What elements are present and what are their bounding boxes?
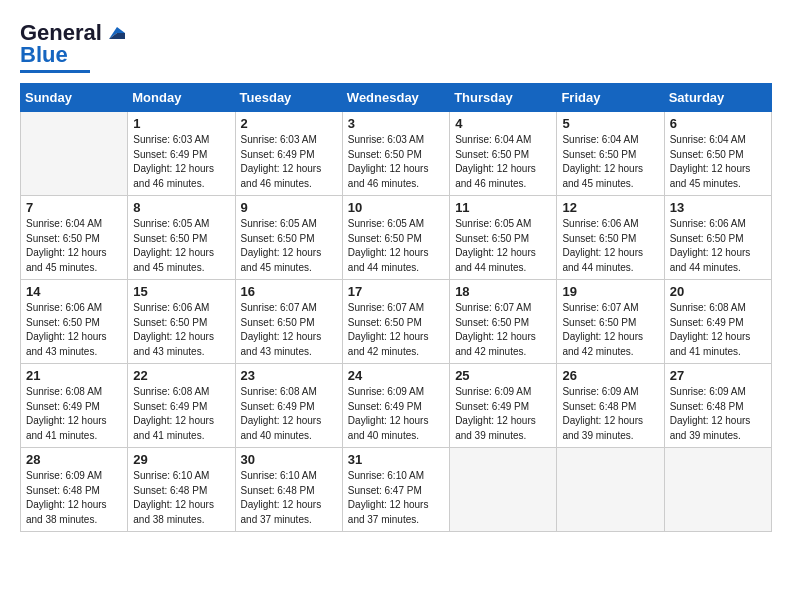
- day-cell: 1Sunrise: 6:03 AMSunset: 6:49 PMDaylight…: [128, 112, 235, 196]
- day-info: Sunrise: 6:09 AMSunset: 6:48 PMDaylight:…: [670, 385, 766, 443]
- day-number: 23: [241, 368, 337, 383]
- day-cell: 26Sunrise: 6:09 AMSunset: 6:48 PMDayligh…: [557, 364, 664, 448]
- day-cell: 18Sunrise: 6:07 AMSunset: 6:50 PMDayligh…: [450, 280, 557, 364]
- day-cell: 20Sunrise: 6:08 AMSunset: 6:49 PMDayligh…: [664, 280, 771, 364]
- day-number: 29: [133, 452, 229, 467]
- day-info: Sunrise: 6:10 AMSunset: 6:48 PMDaylight:…: [241, 469, 337, 527]
- day-cell: 31Sunrise: 6:10 AMSunset: 6:47 PMDayligh…: [342, 448, 449, 532]
- day-info: Sunrise: 6:04 AMSunset: 6:50 PMDaylight:…: [670, 133, 766, 191]
- day-info: Sunrise: 6:04 AMSunset: 6:50 PMDaylight:…: [26, 217, 122, 275]
- day-cell: 12Sunrise: 6:06 AMSunset: 6:50 PMDayligh…: [557, 196, 664, 280]
- day-number: 13: [670, 200, 766, 215]
- week-row-3: 14Sunrise: 6:06 AMSunset: 6:50 PMDayligh…: [21, 280, 772, 364]
- day-number: 7: [26, 200, 122, 215]
- day-info: Sunrise: 6:06 AMSunset: 6:50 PMDaylight:…: [670, 217, 766, 275]
- col-header-sunday: Sunday: [21, 84, 128, 112]
- day-cell: 5Sunrise: 6:04 AMSunset: 6:50 PMDaylight…: [557, 112, 664, 196]
- col-header-monday: Monday: [128, 84, 235, 112]
- logo-underline: [20, 70, 90, 73]
- day-number: 1: [133, 116, 229, 131]
- day-info: Sunrise: 6:08 AMSunset: 6:49 PMDaylight:…: [26, 385, 122, 443]
- day-number: 6: [670, 116, 766, 131]
- day-info: Sunrise: 6:04 AMSunset: 6:50 PMDaylight:…: [562, 133, 658, 191]
- day-number: 18: [455, 284, 551, 299]
- day-number: 17: [348, 284, 444, 299]
- day-number: 3: [348, 116, 444, 131]
- day-cell: 13Sunrise: 6:06 AMSunset: 6:50 PMDayligh…: [664, 196, 771, 280]
- day-number: 8: [133, 200, 229, 215]
- day-number: 28: [26, 452, 122, 467]
- day-number: 9: [241, 200, 337, 215]
- day-cell: 17Sunrise: 6:07 AMSunset: 6:50 PMDayligh…: [342, 280, 449, 364]
- day-cell: 24Sunrise: 6:09 AMSunset: 6:49 PMDayligh…: [342, 364, 449, 448]
- day-info: Sunrise: 6:03 AMSunset: 6:49 PMDaylight:…: [241, 133, 337, 191]
- day-number: 24: [348, 368, 444, 383]
- day-info: Sunrise: 6:05 AMSunset: 6:50 PMDaylight:…: [455, 217, 551, 275]
- day-info: Sunrise: 6:07 AMSunset: 6:50 PMDaylight:…: [348, 301, 444, 359]
- day-cell: 4Sunrise: 6:04 AMSunset: 6:50 PMDaylight…: [450, 112, 557, 196]
- day-number: 12: [562, 200, 658, 215]
- logo-blue: Blue: [20, 42, 68, 68]
- day-number: 15: [133, 284, 229, 299]
- day-cell: [21, 112, 128, 196]
- day-cell: 9Sunrise: 6:05 AMSunset: 6:50 PMDaylight…: [235, 196, 342, 280]
- day-number: 10: [348, 200, 444, 215]
- logo: General Blue: [20, 20, 125, 73]
- day-info: Sunrise: 6:09 AMSunset: 6:48 PMDaylight:…: [562, 385, 658, 443]
- day-info: Sunrise: 6:07 AMSunset: 6:50 PMDaylight:…: [562, 301, 658, 359]
- day-cell: [450, 448, 557, 532]
- day-cell: 7Sunrise: 6:04 AMSunset: 6:50 PMDaylight…: [21, 196, 128, 280]
- day-info: Sunrise: 6:06 AMSunset: 6:50 PMDaylight:…: [133, 301, 229, 359]
- day-number: 31: [348, 452, 444, 467]
- day-info: Sunrise: 6:06 AMSunset: 6:50 PMDaylight:…: [562, 217, 658, 275]
- day-number: 4: [455, 116, 551, 131]
- day-info: Sunrise: 6:06 AMSunset: 6:50 PMDaylight:…: [26, 301, 122, 359]
- day-info: Sunrise: 6:04 AMSunset: 6:50 PMDaylight:…: [455, 133, 551, 191]
- day-cell: [664, 448, 771, 532]
- day-info: Sunrise: 6:09 AMSunset: 6:48 PMDaylight:…: [26, 469, 122, 527]
- day-number: 16: [241, 284, 337, 299]
- day-number: 20: [670, 284, 766, 299]
- day-info: Sunrise: 6:08 AMSunset: 6:49 PMDaylight:…: [133, 385, 229, 443]
- day-number: 30: [241, 452, 337, 467]
- day-number: 21: [26, 368, 122, 383]
- day-cell: 6Sunrise: 6:04 AMSunset: 6:50 PMDaylight…: [664, 112, 771, 196]
- day-number: 19: [562, 284, 658, 299]
- page-header: General Blue: [20, 20, 772, 73]
- day-number: 5: [562, 116, 658, 131]
- week-row-5: 28Sunrise: 6:09 AMSunset: 6:48 PMDayligh…: [21, 448, 772, 532]
- day-info: Sunrise: 6:05 AMSunset: 6:50 PMDaylight:…: [241, 217, 337, 275]
- day-cell: 30Sunrise: 6:10 AMSunset: 6:48 PMDayligh…: [235, 448, 342, 532]
- day-info: Sunrise: 6:03 AMSunset: 6:50 PMDaylight:…: [348, 133, 444, 191]
- col-header-tuesday: Tuesday: [235, 84, 342, 112]
- day-cell: 3Sunrise: 6:03 AMSunset: 6:50 PMDaylight…: [342, 112, 449, 196]
- col-header-friday: Friday: [557, 84, 664, 112]
- day-number: 22: [133, 368, 229, 383]
- week-row-4: 21Sunrise: 6:08 AMSunset: 6:49 PMDayligh…: [21, 364, 772, 448]
- day-info: Sunrise: 6:07 AMSunset: 6:50 PMDaylight:…: [241, 301, 337, 359]
- day-cell: 22Sunrise: 6:08 AMSunset: 6:49 PMDayligh…: [128, 364, 235, 448]
- week-row-2: 7Sunrise: 6:04 AMSunset: 6:50 PMDaylight…: [21, 196, 772, 280]
- col-header-saturday: Saturday: [664, 84, 771, 112]
- day-cell: 10Sunrise: 6:05 AMSunset: 6:50 PMDayligh…: [342, 196, 449, 280]
- day-number: 25: [455, 368, 551, 383]
- week-row-1: 1Sunrise: 6:03 AMSunset: 6:49 PMDaylight…: [21, 112, 772, 196]
- calendar-table: SundayMondayTuesdayWednesdayThursdayFrid…: [20, 83, 772, 532]
- day-cell: 28Sunrise: 6:09 AMSunset: 6:48 PMDayligh…: [21, 448, 128, 532]
- day-cell: 16Sunrise: 6:07 AMSunset: 6:50 PMDayligh…: [235, 280, 342, 364]
- day-cell: 8Sunrise: 6:05 AMSunset: 6:50 PMDaylight…: [128, 196, 235, 280]
- day-info: Sunrise: 6:09 AMSunset: 6:49 PMDaylight:…: [455, 385, 551, 443]
- day-number: 11: [455, 200, 551, 215]
- day-info: Sunrise: 6:07 AMSunset: 6:50 PMDaylight:…: [455, 301, 551, 359]
- day-cell: 11Sunrise: 6:05 AMSunset: 6:50 PMDayligh…: [450, 196, 557, 280]
- day-cell: 15Sunrise: 6:06 AMSunset: 6:50 PMDayligh…: [128, 280, 235, 364]
- day-cell: [557, 448, 664, 532]
- day-info: Sunrise: 6:05 AMSunset: 6:50 PMDaylight:…: [348, 217, 444, 275]
- day-info: Sunrise: 6:08 AMSunset: 6:49 PMDaylight:…: [670, 301, 766, 359]
- day-cell: 27Sunrise: 6:09 AMSunset: 6:48 PMDayligh…: [664, 364, 771, 448]
- day-cell: 19Sunrise: 6:07 AMSunset: 6:50 PMDayligh…: [557, 280, 664, 364]
- day-cell: 25Sunrise: 6:09 AMSunset: 6:49 PMDayligh…: [450, 364, 557, 448]
- day-info: Sunrise: 6:10 AMSunset: 6:47 PMDaylight:…: [348, 469, 444, 527]
- day-number: 14: [26, 284, 122, 299]
- day-cell: 21Sunrise: 6:08 AMSunset: 6:49 PMDayligh…: [21, 364, 128, 448]
